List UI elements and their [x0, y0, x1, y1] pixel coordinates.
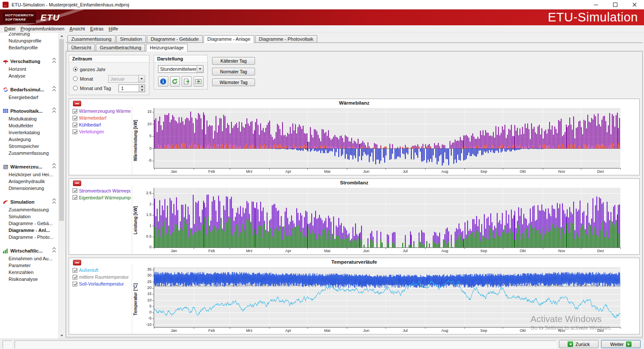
menu-ansicht[interactable]: Ansicht	[67, 26, 88, 32]
chevron-up-icon	[52, 87, 57, 92]
legend-item-verteilungen[interactable]: Verteilungen	[73, 129, 131, 134]
tag-spinner-down-button[interactable]	[139, 88, 145, 92]
darstellung-select[interactable]: Stundenmittelwerte	[158, 65, 204, 73]
sidebar-item-einnahmen-und-au[interactable]: Einnahmen und Au...	[0, 255, 58, 262]
scrollbar-thumb[interactable]	[59, 39, 64, 221]
tab-zusammenfassung[interactable]: Zusammenfassung	[67, 35, 115, 42]
tab-diagramme-anlage[interactable]: Diagramme - Anlage	[204, 35, 254, 43]
minimize-button[interactable]	[586, 0, 605, 9]
close-button[interactable]	[625, 0, 644, 9]
tag-spinner[interactable]: 1	[118, 84, 145, 92]
normaler-tag-button[interactable]: Normaler Tag	[212, 68, 255, 75]
transfer-button[interactable]	[194, 76, 204, 87]
collapse-waermebilanz-button[interactable]	[73, 101, 81, 106]
sidebar-item-auslegung[interactable]: Auslegung	[0, 136, 58, 143]
sidebar-item-diagramme-photo[interactable]: Diagramme - Photo...	[0, 234, 58, 241]
sidebar-item-bedarfsprofile[interactable]: Bedarfsprofile	[0, 44, 58, 51]
legend-item-eigenbedarf-waermepumpe-vitoca[interactable]: Eigenbedarf Wärmepumpe Vitoca	[73, 195, 131, 200]
collapse-temperaturverlaeufe-button[interactable]	[73, 260, 81, 265]
heater-icon	[2, 163, 9, 170]
sidebar-item-risikoanalyse[interactable]: Risikoanalyse	[0, 276, 58, 283]
legend-item-waermeerzeugung-waermepumpe[interactable]: Wärmeerzeugung Wärmepumpe	[73, 108, 131, 114]
checkbox[interactable]	[73, 195, 77, 200]
sidebar-scrollbar[interactable]	[58, 33, 64, 339]
tag-spinner-up-button[interactable]	[139, 85, 145, 88]
sidebar-section-wirtschaftlichkeit[interactable]: Wirtschaftlic...	[0, 246, 58, 255]
radio-monat[interactable]	[73, 76, 78, 81]
sidebar-section-bedarfssimulation[interactable]: Bedarfssimul...	[0, 85, 58, 94]
menu-hilfe[interactable]: Hilfe	[106, 26, 121, 32]
sidebar-item-heizkoerper-und-hei[interactable]: Heizkörper und Hei...	[0, 171, 58, 178]
checkbox[interactable]	[73, 275, 77, 280]
checkbox[interactable]	[73, 282, 77, 286]
sidebar-item-parameter[interactable]: Parameter	[0, 262, 58, 269]
checkbox[interactable]	[73, 116, 77, 120]
sidebar-item-horizont[interactable]: Horizont	[0, 66, 58, 72]
sidebar-item-simulation[interactable]: Simulation	[0, 213, 58, 220]
checkbox[interactable]	[73, 129, 77, 134]
sidebar-item-anlagenhydraulik[interactable]: Anlagenhydraulik	[0, 178, 58, 185]
sidebar-item-zonierung[interactable]: Zonierung	[0, 33, 58, 37]
content-area: ZusammenfassungSimulationDiagramme - Geb…	[64, 33, 644, 339]
scrollbar-track[interactable]	[59, 39, 64, 332]
kaeltester-tag-button[interactable]: Kältester Tag	[212, 57, 255, 65]
legend-item-kuehlbedarf[interactable]: Kühlbedarf	[73, 122, 131, 127]
legend-item-soll-vorlauftemperatur[interactable]: Soll-Vorlauftemperatur	[73, 281, 131, 286]
waermster-tag-button[interactable]: Wärmster Tag	[212, 78, 255, 86]
legend-item-stromverbrauch-waermepumpe[interactable]: Stromverbrauch Wärmepumpe	[73, 188, 131, 193]
chevron-up-icon	[52, 248, 57, 253]
subtab-gesamtbetrachtung[interactable]: Gesamtbetrachtung	[96, 44, 145, 51]
sidebar-item-kennzahlen[interactable]: Kennzahlen	[0, 269, 58, 276]
sidebar-item-nutzungsprofile[interactable]: Nutzungsprofile	[0, 37, 58, 44]
checkbox[interactable]	[73, 109, 77, 114]
sidebar-item-modulkatalog[interactable]: Modulkatalog	[0, 115, 58, 122]
maximize-button[interactable]	[605, 0, 625, 9]
chart-panel-waermebilanz: Wärmebilanz Wärmeerzeugung WärmepumpeWär…	[69, 99, 640, 175]
status-cell-left	[3, 340, 12, 348]
checkbox[interactable]	[73, 268, 77, 273]
sidebar-item-zusammenfassung[interactable]: Zusammenfassung	[0, 206, 58, 213]
strombilanz-plot	[139, 186, 639, 255]
sidebar-item-diagramme-gebae[interactable]: Diagramme - Gebä...	[0, 220, 58, 227]
menu-datei[interactable]: Datei	[2, 26, 18, 32]
sidebar-item-stromspeicher[interactable]: Stromspeicher	[0, 143, 58, 150]
sidebar-item-energiebedarf[interactable]: Energiebedarf	[0, 94, 58, 101]
menu-extras[interactable]: Extras	[88, 26, 106, 32]
sidebar-item-inverterkatalog[interactable]: Inverterkatalog	[0, 129, 58, 136]
export-button[interactable]	[182, 76, 192, 87]
refresh-button[interactable]	[170, 76, 180, 87]
sidebar-item-dimensionierung[interactable]: Dimensionierung	[0, 185, 58, 192]
radio-ganzes-jahr[interactable]	[73, 67, 78, 72]
legend-item-waermebedarf[interactable]: Wärmebedarf	[73, 115, 131, 120]
sidebar-item-analyse[interactable]: Analyse	[0, 72, 58, 79]
chart-toolbar	[158, 76, 204, 87]
tab-diagramme-gebaeude[interactable]: Diagramme - Gebäude	[147, 35, 203, 42]
sidebar-section-verschattung[interactable]: Verschattung	[0, 57, 58, 66]
subtab-heizungsanlage[interactable]: Heizungsanlage	[146, 44, 188, 51]
zurueck-button[interactable]: Zurück	[559, 340, 598, 348]
sidebar-item-zusammenfassung[interactable]: Zusammenfassung	[0, 150, 58, 156]
scroll-up-button[interactable]	[59, 33, 64, 39]
simulation-icon	[2, 199, 9, 205]
menu-programmfunktionen[interactable]: Programmfunktionen	[18, 26, 67, 32]
tab-simulation[interactable]: Simulation	[116, 35, 146, 42]
scroll-down-button[interactable]	[59, 332, 64, 339]
tab-diagramme-photovoltaik[interactable]: Diagramme - Photovoltaik	[255, 35, 317, 42]
info-button[interactable]	[158, 76, 168, 87]
subtab-uebersicht[interactable]: Übersicht	[67, 44, 95, 51]
radio-monat-und-tag[interactable]	[73, 86, 78, 90]
checkbox[interactable]	[73, 188, 77, 193]
monat-select[interactable]: Januar	[108, 75, 145, 83]
legend-item-mittlere-raumtemperatur[interactable]: mittlere Raumtemperatur	[73, 274, 131, 280]
sidebar-section-waermeerzeugung[interactable]: Wärmeerzeu...	[0, 162, 58, 171]
sidebar-section-simulation[interactable]: Simulation	[0, 197, 58, 206]
weiter-button[interactable]: Weiter	[601, 340, 641, 348]
checkbox[interactable]	[73, 123, 77, 127]
chevron-up-icon	[52, 164, 57, 169]
legend-item-aussenluft[interactable]: Außenluft	[73, 268, 131, 273]
sidebar-item-modulfelder[interactable]: Modulfelder	[0, 122, 58, 129]
radio-label: Monat und Tag	[80, 86, 111, 91]
collapse-strombilanz-button[interactable]	[73, 181, 81, 186]
sidebar-item-diagramme-anl[interactable]: Diagramme - Anl...	[0, 227, 58, 234]
sidebar-section-photovoltaik[interactable]: Photovoltaik...	[0, 106, 58, 115]
